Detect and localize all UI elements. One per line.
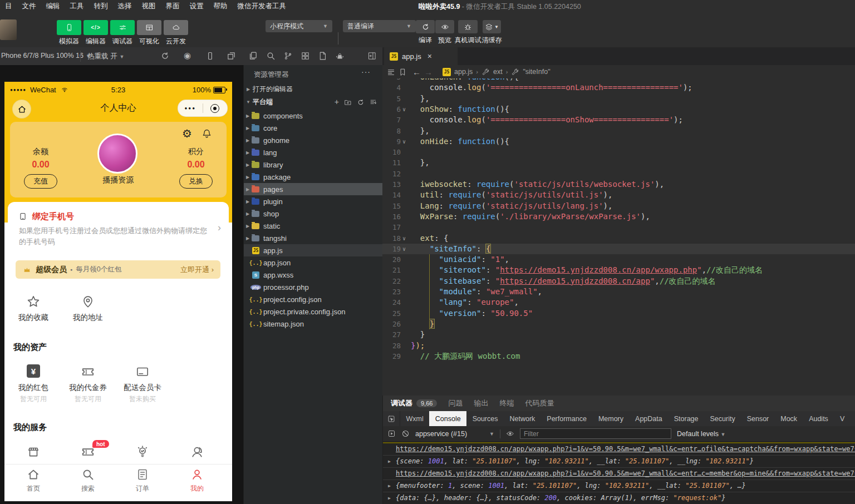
tab-appjs[interactable]: JS app.js × [384, 47, 458, 65]
menu-item[interactable]: 视图 [137, 2, 161, 11]
code-line-7[interactable]: 7 console.log('================onShow===… [382, 115, 855, 125]
tree-item-shop[interactable]: ▶shop [244, 207, 383, 220]
bookmark-icon[interactable] [399, 68, 407, 76]
menu-item[interactable]: 工具 [65, 2, 89, 11]
code-line-21[interactable]: 21 "siteroot": "https://demo15.ynjdzzd00… [382, 265, 855, 275]
log-levels-select[interactable]: Default levels ▼ [677, 430, 725, 438]
toolbar-button[interactable]: 调试器 [110, 20, 135, 46]
code-line-14[interactable]: 14 util: require('static/js/utils/util.j… [382, 190, 855, 200]
toolbar-button[interactable]: 模拟器 [57, 20, 81, 46]
clear-console-icon[interactable] [401, 429, 410, 438]
collapse-sidebar-icon[interactable] [367, 51, 377, 61]
service-item[interactable] [116, 444, 169, 460]
code-line-8[interactable]: 8 }, [382, 126, 855, 136]
extensions-icon[interactable] [301, 51, 310, 61]
menu-item[interactable]: 微信开发者工具 [233, 2, 292, 11]
devtools-tab-Wxml[interactable]: Wxml [400, 411, 429, 426]
code-line-10[interactable]: 10 [382, 147, 855, 157]
code-line-25[interactable]: 25 "version": "50.90.5" [382, 308, 855, 319]
fold-icon[interactable]: ∨ [402, 104, 410, 115]
console-log-object[interactable]: ▶{menufooter: 1, scene: 1001, lat: "25.1… [383, 480, 855, 492]
code-line-29[interactable]: 29 // 大鹏源码网 wobbt.com [382, 351, 855, 362]
service-item[interactable]: hot [61, 444, 115, 460]
code-line-26[interactable]: 26 } [382, 319, 855, 329]
code-line-17[interactable]: 17 [382, 222, 855, 233]
devtools-tab-V[interactable]: V [834, 411, 850, 426]
back-icon[interactable]: ← [412, 67, 421, 77]
tabbar-我的[interactable]: 我的 [170, 468, 224, 493]
gear-icon[interactable]: ⚙ [182, 128, 192, 139]
refresh-icon[interactable] [357, 98, 365, 106]
tree-item-processor.php[interactable]: phpprocessor.php [244, 281, 383, 293]
sidebar-toggle-icon[interactable] [387, 429, 396, 438]
devtools-tab-Sensor[interactable]: Sensor [741, 411, 775, 426]
files-icon[interactable] [248, 51, 258, 61]
devtools-tab-Performance[interactable]: Performance [541, 411, 593, 426]
code-line-20[interactable]: 20 "uniacid": "1", [382, 254, 855, 265]
context-select[interactable]: appservice (#15)▼ [415, 430, 494, 438]
device-frame-icon[interactable] [205, 51, 215, 61]
more-icon[interactable]: ●●● [178, 106, 203, 111]
console-log-object[interactable]: ▶{scene: 1001, lat: "25.101107", lng: "1… [383, 456, 855, 468]
crumb-siteinfo[interactable]: "siteInfo" [523, 68, 550, 76]
tree-item-package[interactable]: ▶package [244, 171, 383, 183]
open-editors-section[interactable]: ▶ 打开的编辑器 [244, 83, 383, 95]
tree-item-app.js[interactable]: JSapp.js [244, 244, 383, 256]
expand-icon[interactable]: ▶ [388, 456, 391, 467]
bind-phone-card[interactable]: 绑定手机号 如果您用手机号注册过会员或您想通过微信外购物请绑定您的手机号码 › … [8, 202, 229, 281]
expand-icon[interactable]: ▶ [388, 492, 391, 504]
project-section[interactable]: ▼ 平台端 + [244, 96, 383, 108]
menu-item[interactable]: 选择 [113, 2, 137, 11]
console-log-link[interactable]: https://demo15.ynjdzzd008.cn/app/wxapp.p… [383, 443, 855, 456]
tree-item-sitemap.json[interactable]: {..}sitemap.json [244, 318, 383, 330]
inspect-icon[interactable] [383, 411, 400, 426]
真机调试-button[interactable] [458, 20, 478, 33]
code-line-12[interactable]: 12 [382, 169, 855, 179]
devtools-tab-Audits[interactable]: Audits [803, 411, 834, 426]
compile-select[interactable]: 普通编译 ▼ [343, 20, 416, 32]
tree-item-core[interactable]: ▶core [244, 122, 383, 134]
tree-item-app.wxss[interactable]: Sapp.wxss [244, 269, 383, 281]
device-select[interactable]: Phone 6/7/8 Plus 100% 16▼ [1, 52, 91, 60]
filter-input[interactable] [520, 428, 671, 439]
more-actions-icon[interactable]: ··· [361, 67, 371, 76]
menu-item[interactable]: 编辑 [41, 2, 65, 11]
fold-icon[interactable]: ∨ [402, 136, 410, 147]
toolbar-button[interactable]: 云开发 [164, 20, 188, 46]
tea-icon[interactable] [335, 51, 345, 61]
user-photo[interactable] [97, 134, 137, 174]
tabbar-首页[interactable]: 首页 [7, 468, 60, 493]
tree-item-library[interactable]: ▶library [244, 159, 383, 171]
float-window-icon[interactable] [227, 51, 236, 61]
record-icon[interactable]: ◉ [184, 51, 193, 60]
console-output[interactable]: https://demo15.ynjdzzd008.cn/app/wxapp.p… [383, 443, 855, 504]
collapse-all-icon[interactable] [370, 98, 377, 106]
quick-item-我的收藏[interactable]: 我的收藏 [7, 294, 60, 323]
tabbar-订单[interactable]: 订单 [116, 468, 169, 493]
panel-tab-输出[interactable]: 输出 [474, 398, 488, 408]
close-icon[interactable]: × [428, 52, 432, 61]
code-line-28[interactable]: 28}); [382, 340, 855, 351]
devtools-tab-Mock[interactable]: Mock [775, 411, 803, 426]
tabbar-搜索[interactable]: 搜索 [61, 468, 115, 493]
tree-item-components[interactable]: ▶components [244, 110, 383, 122]
exchange-button[interactable]: 兑换 [179, 174, 213, 189]
tree-item-static[interactable]: ▶static [244, 220, 383, 232]
code-line-23[interactable]: 23 "module": "we7_wmall", [382, 286, 855, 297]
vip-banner[interactable]: 超级会员 ● 每月领0个红包 立即开通 › [16, 260, 220, 279]
code-line-3[interactable]: 3 onLaunch: function(){ [382, 78, 855, 82]
toolbar-button[interactable]: 可视化 [137, 20, 161, 46]
tree-item-plugin[interactable]: ▶plugin [244, 195, 383, 207]
quick-item-我的地址[interactable]: 我的地址 [61, 294, 115, 323]
new-folder-icon[interactable] [344, 98, 352, 106]
menu-item[interactable]: 文件 [17, 2, 41, 11]
预览-button[interactable] [435, 20, 454, 33]
menu-item[interactable]: 目 [0, 2, 17, 11]
devtools-tab-Security[interactable]: Security [704, 411, 741, 426]
asset-item-我的代金券[interactable]: 我的代金券 暂无可用 [61, 364, 115, 404]
tree-item-project.config.json[interactable]: {..}project.config.json [244, 293, 383, 305]
devtools-tab-Sources[interactable]: Sources [466, 411, 504, 426]
code-line-13[interactable]: 13 iwebsocket: require('static/js/utils/… [382, 179, 855, 190]
code-line-18[interactable]: 18∨ ext: { [382, 233, 855, 244]
devtools-tab-AppData[interactable]: AppData [630, 411, 669, 426]
